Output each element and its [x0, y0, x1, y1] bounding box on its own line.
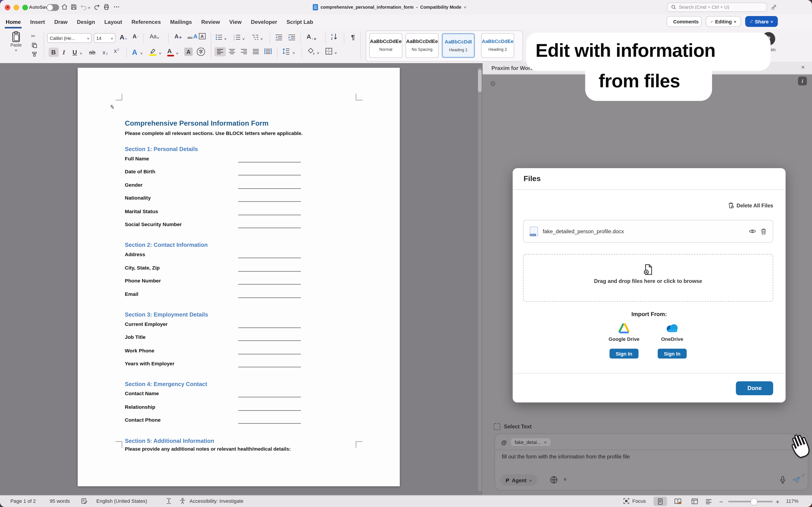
font-name-select[interactable]: Calibri (He...∨ — [47, 33, 92, 43]
undo-chevron-icon[interactable]: ∨ — [88, 6, 91, 9]
clear-formatting-button[interactable]: A◆ — [174, 33, 182, 40]
focus-icon[interactable] — [623, 498, 629, 504]
bullet-list-button[interactable] — [215, 34, 223, 40]
file-dropzone[interactable]: Drag and drop files here or click to bro… — [523, 254, 773, 301]
strikethrough-button[interactable]: ab — [89, 48, 95, 57]
line-spacing-button[interactable] — [282, 48, 290, 55]
text-effects-chevron-icon[interactable]: ∨ — [140, 51, 143, 55]
align-center-button[interactable] — [228, 49, 236, 55]
multilevel-chevron-icon[interactable]: ∨ — [260, 37, 263, 40]
copy-icon[interactable] — [32, 42, 38, 48]
globe-chevron-icon[interactable]: ∨ — [563, 476, 567, 482]
autosave-toggle[interactable] — [47, 4, 59, 11]
shading-button[interactable] — [307, 48, 315, 55]
undo-icon[interactable] — [80, 4, 87, 10]
zoom-slider[interactable] — [728, 501, 773, 502]
tab-developer[interactable]: Developer — [251, 19, 277, 25]
enclose-characters-button[interactable]: A — [199, 33, 205, 40]
tab-mailings[interactable]: Mailings — [170, 19, 192, 25]
format-painter-icon[interactable] — [32, 51, 38, 57]
highlight-chevron-icon[interactable]: ∨ — [158, 51, 162, 55]
microphone-icon[interactable] — [779, 476, 786, 484]
info-button[interactable]: i — [798, 77, 807, 85]
onedrive-signin-button[interactable]: Sign In — [658, 349, 687, 358]
style-heading-1[interactable]: AaBbCcDdIHeading 1 — [442, 33, 475, 58]
settings-gear-icon[interactable]: ⚙ — [490, 80, 496, 88]
delete-all-files-button[interactable]: Delete All Files — [728, 202, 773, 209]
page-count[interactable]: Page 1 of 2 — [10, 498, 36, 504]
shrink-font-button[interactable]: Aˇ — [133, 33, 139, 40]
multilevel-list-button[interactable] — [252, 34, 259, 40]
accessibility-icon[interactable] — [179, 498, 186, 504]
grow-font-button[interactable]: A^ — [120, 33, 127, 41]
close-window-button[interactable] — [5, 4, 10, 10]
zoom-out-button[interactable]: − — [719, 498, 723, 506]
align-left-button[interactable] — [214, 47, 226, 56]
outline-view-button[interactable] — [702, 497, 715, 506]
agent-mode-dropdown[interactable]: ᑭ Agent ∧ — [500, 474, 537, 486]
search-input[interactable]: Search (Cmd + Ctrl + U) — [667, 2, 767, 12]
decrease-indent-button[interactable] — [275, 34, 283, 40]
sort-button[interactable]: AZ — [331, 33, 338, 41]
increase-indent-button[interactable] — [288, 34, 296, 40]
spellcheck-icon[interactable] — [81, 498, 87, 504]
redo-icon[interactable] — [93, 4, 100, 10]
text-effects-button[interactable]: A — [132, 48, 137, 57]
uploaded-file-row[interactable]: fake_detailed_person_profile.docx — [523, 220, 773, 242]
tab-home[interactable]: Home — [6, 19, 21, 25]
more-commands-icon[interactable]: … — [113, 2, 120, 9]
save-icon[interactable] — [70, 4, 77, 10]
italic-button[interactable]: I — [61, 48, 66, 57]
bullet-chevron-icon[interactable]: ∨ — [224, 37, 227, 40]
style-heading-2[interactable]: AaBbCcDdEeHeading 2 — [481, 33, 514, 58]
web-globe-icon[interactable] — [550, 476, 558, 484]
tab-design[interactable]: Design — [77, 19, 95, 25]
borders-chevron-icon[interactable]: ∨ — [334, 51, 337, 54]
done-button[interactable]: Done — [736, 381, 773, 395]
justify-button[interactable] — [252, 49, 259, 55]
style-no-spacing[interactable]: AaBbCcDdEeNo Spacing — [406, 33, 439, 58]
home-icon[interactable] — [61, 4, 68, 10]
title-chevron-icon[interactable]: ∨ — [463, 5, 466, 9]
subscript-button[interactable]: x2 — [103, 48, 108, 57]
document-scrollbar[interactable] — [478, 67, 481, 491]
taskpane-close-icon[interactable]: × — [801, 64, 805, 71]
select-text-button[interactable]: Select Text — [494, 423, 532, 430]
style-normal[interactable]: AaBbCcDdEeNormal — [369, 33, 402, 58]
delete-file-trash-icon[interactable] — [761, 228, 766, 235]
prompt-input-card[interactable]: @ fake_detai... × fill out the form with… — [495, 434, 808, 490]
zoom-level[interactable]: 117% — [786, 498, 798, 504]
font-color-button[interactable]: A — [167, 48, 172, 55]
read-mode-view-button[interactable] — [671, 497, 684, 506]
scrollbar-thumb[interactable] — [478, 69, 481, 92]
asian-layout-button[interactable]: A↕∨ — [307, 33, 316, 41]
zoom-slider-knob[interactable] — [751, 499, 757, 505]
change-case-dropdown[interactable]: Aa∨ — [150, 33, 159, 40]
numbered-list-button[interactable]: 123 — [234, 34, 241, 40]
tab-references[interactable]: References — [132, 19, 161, 25]
attached-file-chip[interactable]: fake_detai... × — [511, 438, 550, 446]
paste-button[interactable]: Paste ∨ — [5, 31, 27, 52]
phonetic-guide-button[interactable]: abcA — [188, 33, 198, 40]
highlight-color-button[interactable] — [149, 48, 156, 54]
comments-button[interactable]: Comments — [666, 16, 702, 27]
preview-eye-icon[interactable] — [749, 229, 756, 234]
character-shading-button[interactable]: A — [185, 48, 193, 56]
superscript-button[interactable]: x2 — [114, 48, 119, 54]
cut-icon[interactable]: ✂ — [31, 33, 35, 39]
text-select-mode-icon[interactable] — [166, 498, 172, 504]
document-title[interactable]: comprehensive_personal_information_form … — [313, 4, 466, 10]
google-drive-signin-button[interactable]: Sign In — [610, 349, 639, 358]
share-button[interactable]: Share ∨ — [745, 16, 778, 27]
show-paragraph-marks-button[interactable]: ¶ — [351, 33, 355, 41]
fullscreen-window-button[interactable] — [22, 4, 28, 10]
minimize-window-button[interactable] — [13, 4, 19, 10]
chip-close-icon[interactable]: × — [544, 440, 547, 445]
underline-button[interactable]: U — [72, 48, 77, 57]
bold-button[interactable]: B — [49, 48, 58, 57]
print-icon[interactable] — [103, 4, 110, 10]
print-layout-view-button[interactable] — [654, 497, 667, 506]
tab-layout[interactable]: Layout — [104, 19, 122, 25]
tab-script-lab[interactable]: Script Lab — [287, 19, 313, 25]
line-spacing-chevron-icon[interactable]: ∨ — [292, 51, 295, 54]
